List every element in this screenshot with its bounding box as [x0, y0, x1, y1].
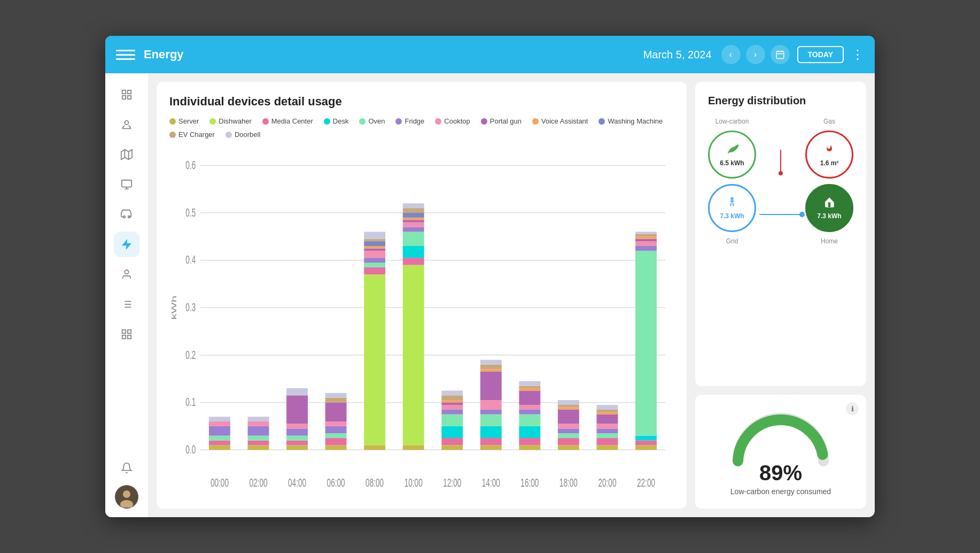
sidebar-item-person[interactable] [114, 262, 139, 287]
sidebar-item-notifications[interactable] [114, 455, 139, 481]
bar-segment[interactable] [248, 445, 269, 450]
bar-segment[interactable] [441, 405, 463, 410]
bar-segment[interactable] [325, 433, 347, 438]
bar-segment[interactable] [286, 388, 308, 395]
bar-segment[interactable] [480, 370, 502, 372]
bar-segment[interactable] [519, 381, 540, 386]
bar-segment[interactable] [519, 438, 540, 445]
bar-segment[interactable] [403, 445, 424, 450]
bar-segment[interactable] [441, 390, 463, 395]
bar-segment[interactable] [441, 400, 463, 402]
bar-segment[interactable] [209, 445, 230, 450]
bar-segment[interactable] [596, 414, 618, 424]
bar-segment[interactable] [403, 218, 424, 220]
bar-segment[interactable] [596, 424, 618, 428]
bar-segment[interactable] [325, 426, 347, 433]
bar-segment[interactable] [286, 445, 308, 450]
bar-segment[interactable] [364, 267, 385, 274]
bar-segment[interactable] [403, 258, 424, 265]
bar-segment[interactable] [403, 222, 424, 227]
bar-segment[interactable] [596, 412, 618, 414]
bar-segment[interactable] [364, 258, 385, 263]
bar-segment[interactable] [364, 251, 385, 258]
bar-segment[interactable] [325, 403, 347, 421]
bar-segment[interactable] [596, 445, 618, 450]
bar-segment[interactable] [480, 410, 502, 414]
bar-segment[interactable] [209, 421, 230, 426]
bar-segment[interactable] [558, 424, 579, 428]
bar-segment[interactable] [441, 403, 463, 405]
sidebar-item-dashboard[interactable] [114, 82, 139, 107]
bar-segment[interactable] [441, 426, 463, 438]
next-date-button[interactable]: › [746, 45, 765, 64]
bar-segment[interactable] [480, 400, 502, 410]
bar-segment[interactable] [364, 445, 385, 450]
bar-segment[interactable] [286, 395, 308, 424]
bar-segment[interactable] [480, 414, 502, 426]
bar-segment[interactable] [286, 428, 308, 435]
bar-segment[interactable] [248, 440, 269, 445]
bar-segment[interactable] [403, 265, 424, 445]
bar-segment[interactable] [596, 410, 618, 412]
bar-segment[interactable] [596, 428, 618, 433]
bar-segment[interactable] [558, 405, 579, 407]
bar-segment[interactable] [519, 414, 540, 426]
avatar[interactable] [115, 485, 138, 509]
bar-segment[interactable] [558, 407, 579, 409]
bar-segment[interactable] [403, 203, 424, 208]
bar-segment[interactable] [286, 424, 308, 428]
bar-segment[interactable] [364, 274, 385, 445]
bar-segment[interactable] [441, 395, 463, 400]
bar-segment[interactable] [635, 251, 657, 436]
bar-segment[interactable] [480, 372, 502, 400]
sidebar-item-energy[interactable] [114, 232, 139, 257]
bar-segment[interactable] [558, 445, 579, 450]
bar-segment[interactable] [635, 239, 657, 241]
bar-segment[interactable] [364, 232, 385, 239]
bar-segment[interactable] [403, 220, 424, 222]
bar-segment[interactable] [286, 436, 308, 441]
bar-segment[interactable] [480, 445, 502, 450]
more-options-button[interactable]: ⋮ [851, 47, 864, 62]
menu-icon[interactable] [116, 45, 135, 64]
bar-segment[interactable] [480, 360, 502, 365]
bar-segment[interactable] [403, 246, 424, 258]
bar-segment[interactable] [519, 405, 540, 410]
bar-segment[interactable] [596, 433, 618, 438]
bar-segment[interactable] [209, 417, 230, 421]
bar-segment[interactable] [441, 414, 463, 426]
bar-segment[interactable] [558, 433, 579, 438]
bar-segment[interactable] [519, 410, 540, 414]
today-button[interactable]: TODAY [797, 46, 844, 63]
bar-segment[interactable] [325, 393, 347, 398]
bar-segment[interactable] [325, 398, 347, 403]
bar-segment[interactable] [635, 246, 657, 251]
bar-segment[interactable] [596, 438, 618, 445]
bar-segment[interactable] [441, 445, 463, 450]
bar-segment[interactable] [403, 208, 424, 213]
bar-segment[interactable] [209, 440, 230, 445]
bar-segment[interactable] [403, 227, 424, 232]
sidebar-item-automation[interactable] [114, 112, 139, 137]
bar-segment[interactable] [441, 410, 463, 414]
bar-segment[interactable] [596, 405, 618, 410]
bar-segment[interactable] [635, 440, 657, 445]
sidebar-item-devices[interactable] [114, 172, 139, 197]
bar-segment[interactable] [364, 239, 385, 241]
bar-segment[interactable] [635, 436, 657, 441]
bar-segment[interactable] [248, 436, 269, 441]
bar-segment[interactable] [635, 241, 657, 246]
bar-segment[interactable] [209, 436, 230, 441]
bar-segment[interactable] [325, 421, 347, 426]
calendar-button[interactable] [771, 45, 790, 64]
bar-segment[interactable] [558, 438, 579, 445]
bar-segment[interactable] [248, 417, 269, 421]
bar-segment[interactable] [519, 386, 540, 388]
prev-date-button[interactable]: ‹ [721, 45, 741, 64]
bar-segment[interactable] [635, 445, 657, 450]
bar-segment[interactable] [635, 236, 657, 239]
sidebar-item-car[interactable] [114, 202, 139, 227]
bar-segment[interactable] [286, 440, 308, 445]
bar-segment[interactable] [558, 400, 579, 405]
bar-segment[interactable] [558, 410, 579, 424]
